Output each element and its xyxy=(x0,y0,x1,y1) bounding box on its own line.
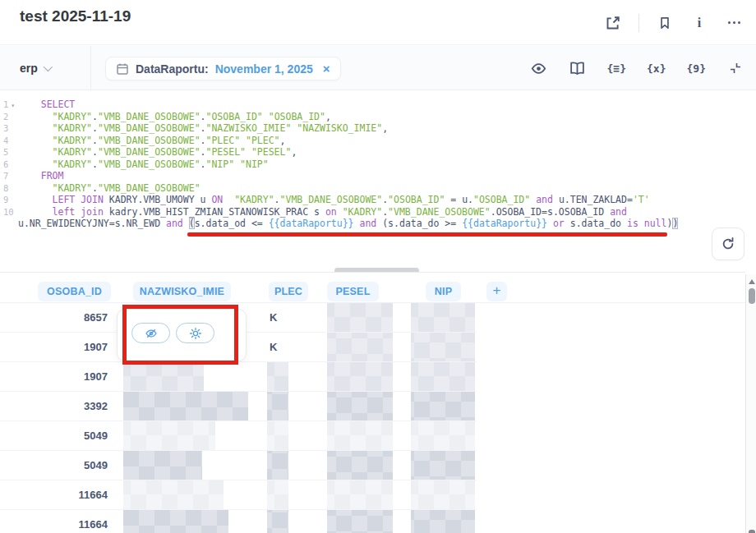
cell-plec[interactable]: K xyxy=(270,333,277,362)
sql-line[interactable]: 2 "KADRY"."VMB_DANE_OSOBOWE"."OSOBA_ID" … xyxy=(0,111,678,123)
sql-line[interactable]: 7 FROM xyxy=(0,170,678,182)
sql-line[interactable]: 3 "KADRY"."VMB_DANE_OSOBOWE"."NAZWISKO_I… xyxy=(0,122,678,135)
sql-line[interactable]: 10 left join kadry.VMB_HIST_ZMIAN_STANOW… xyxy=(0,206,678,218)
hide-column-button[interactable] xyxy=(131,323,170,343)
table-row: 1907K xyxy=(0,333,745,362)
sql-line-code: "KADRY"."VMB_DANE_OSOBOWE"."NIP" "NIP" xyxy=(18,159,269,171)
column-header-plec[interactable]: PLEC xyxy=(269,282,308,301)
database-name: erp xyxy=(20,62,38,75)
line-number: 9 xyxy=(0,194,16,206)
redacted-cell-nip xyxy=(411,451,475,480)
toolbar-divider xyxy=(90,46,91,90)
table-row: 11664 xyxy=(0,510,745,533)
table-row: 1907 xyxy=(0,362,745,392)
database-picker[interactable]: erp xyxy=(20,46,50,90)
redacted-cell-plec xyxy=(267,451,288,480)
scrollbar-up-arrow[interactable] xyxy=(749,279,755,284)
redacted-cell-pesel xyxy=(327,480,393,510)
sql-line-code: "KADRY"."VMB_DANE_OSOBOWE"."NAZWISKO_IMI… xyxy=(18,122,388,135)
column-header-osoba_id[interactable]: OSOBA_ID xyxy=(38,282,111,301)
fold-caret-icon[interactable]: ▾ xyxy=(11,102,15,109)
bookmark-icon[interactable] xyxy=(656,14,674,32)
cell-osoba-id[interactable]: 5049 xyxy=(0,421,108,451)
redacted-cell-plec xyxy=(267,510,288,533)
sql-line-code: left join kadry.VMB_HIST_ZMIAN_STANOWISK… xyxy=(18,206,627,218)
query-toolbar: erp DataRaportu: November 1, 2025 × xyxy=(0,46,756,90)
cell-osoba-id[interactable]: 5049 xyxy=(0,451,108,480)
line-number: 10 xyxy=(0,206,16,218)
redacted-cell-nazwisko xyxy=(123,480,224,510)
page-title: test 2025-11-19 xyxy=(20,7,131,25)
snippet-list-icon[interactable]: {≡} xyxy=(607,62,626,75)
filter-value[interactable]: November 1, 2025 xyxy=(215,62,313,76)
column-header-nazwisko_imie[interactable]: NAZWISKO_IMIE xyxy=(133,282,231,301)
preview-eye-icon[interactable] xyxy=(530,59,548,77)
redacted-cell-pesel xyxy=(327,362,393,392)
line-number: 8 xyxy=(0,182,16,195)
redacted-cell-nazwisko xyxy=(123,510,228,533)
editor-toolbar-icons: {≡} {x} {9} xyxy=(530,46,744,90)
results-table: + OSOBA_IDNAZWISKO_IMIEPLECPESELNIP 8657… xyxy=(0,272,756,533)
snippet-icon[interactable]: {9} xyxy=(687,62,706,75)
redacted-cell-plec xyxy=(267,362,288,392)
sql-line[interactable]: 8 "KADRY"."VMB_DANE_OSOBOWE" xyxy=(0,182,678,195)
annotation-red-underline xyxy=(187,232,667,237)
filter-name: DataRaportu: xyxy=(136,62,209,76)
filter-close-icon[interactable]: × xyxy=(323,62,330,76)
run-query-refresh-button[interactable] xyxy=(712,227,744,260)
filter-chip-dataraportu[interactable]: DataRaportu: November 1, 2025 × xyxy=(105,57,341,80)
calendar-icon xyxy=(116,62,129,76)
sql-line[interactable]: 9 LEFT JOIN KADRY.VMB_UMOWY u ON "KADRY"… xyxy=(0,194,678,206)
redacted-cell-pesel xyxy=(327,510,393,533)
redacted-cell-pesel xyxy=(327,303,393,333)
collapse-editor-icon[interactable] xyxy=(726,59,744,77)
cell-osoba-id[interactable]: 3392 xyxy=(0,392,108,421)
redacted-cell-pesel xyxy=(327,451,393,480)
cell-osoba-id[interactable]: 1907 xyxy=(0,333,108,362)
redacted-cell-nip xyxy=(411,333,475,362)
open-in-new-icon[interactable] xyxy=(604,14,622,32)
sql-line[interactable]: 4 "KADRY"."VMB_DANE_OSOBOWE"."PLEC" "PLE… xyxy=(0,135,678,147)
redacted-cell-nazwisko xyxy=(123,451,202,480)
variables-icon[interactable]: {x} xyxy=(647,62,666,75)
sql-line[interactable]: 1▾ SELECT xyxy=(0,99,678,111)
sql-line[interactable]: 5 "KADRY"."VMB_DANE_OSOBOWE"."PESEL" "PE… xyxy=(0,146,678,159)
info-icon[interactable]: i xyxy=(690,14,708,32)
more-menu-icon[interactable] xyxy=(725,14,743,32)
redacted-cell-nazwisko xyxy=(123,392,248,421)
cell-plec[interactable]: K xyxy=(270,303,277,333)
sql-line-code: LEFT JOIN KADRY.VMB_UMOWY u ON "KADRY"."… xyxy=(18,194,650,206)
redacted-cell-plec xyxy=(267,421,288,451)
sql-line[interactable]: 6 "KADRY"."VMB_DANE_OSOBOWE"."NIP" "NIP" xyxy=(0,159,678,171)
cell-osoba-id[interactable]: 8657 xyxy=(0,303,108,333)
cell-osoba-id[interactable]: 11664 xyxy=(0,510,108,533)
scrollbar-thumb[interactable] xyxy=(749,288,755,304)
table-row: 11664 xyxy=(0,480,745,510)
line-number: 1▾ xyxy=(0,99,16,111)
sql-line[interactable]: u.NR_EWIDENCYJNY=s.NR_EWD and (s.data_od… xyxy=(0,218,678,230)
gear-icon xyxy=(189,327,202,340)
table-row: 5049 xyxy=(0,451,745,480)
header-actions: i xyxy=(604,0,743,45)
table-row: 5049 xyxy=(0,421,745,451)
add-column-button[interactable]: + xyxy=(486,282,507,301)
sql-line-code: "KADRY"."VMB_DANE_OSOBOWE" xyxy=(18,182,201,195)
sql-line-code: FROM xyxy=(18,170,63,182)
query-builder-page: test 2025-11-19 i erp xyxy=(0,0,756,533)
redacted-cell-nip xyxy=(411,362,475,392)
scrollbar-down-arrow[interactable] xyxy=(749,530,755,533)
redacted-cell-nazwisko xyxy=(123,421,215,451)
column-settings-button[interactable] xyxy=(176,323,214,343)
refresh-icon xyxy=(721,237,735,251)
sql-editor[interactable]: 1▾ SELECT2 "KADRY"."VMB_DANE_OSOBOWE"."O… xyxy=(0,91,756,272)
vertical-scrollbar[interactable] xyxy=(745,274,756,533)
sql-line-code: "KADRY"."VMB_DANE_OSOBOWE"."OSOBA_ID" "O… xyxy=(18,111,331,123)
redacted-cell-nip xyxy=(411,392,475,421)
table-row: 8657K xyxy=(0,303,745,333)
data-reference-book-icon[interactable] xyxy=(569,59,587,77)
page-header: test 2025-11-19 i xyxy=(0,0,756,45)
column-header-nip[interactable]: NIP xyxy=(426,282,461,301)
cell-osoba-id[interactable]: 1907 xyxy=(0,362,108,392)
column-header-pesel[interactable]: PESEL xyxy=(327,282,379,301)
cell-osoba-id[interactable]: 11664 xyxy=(0,480,108,510)
